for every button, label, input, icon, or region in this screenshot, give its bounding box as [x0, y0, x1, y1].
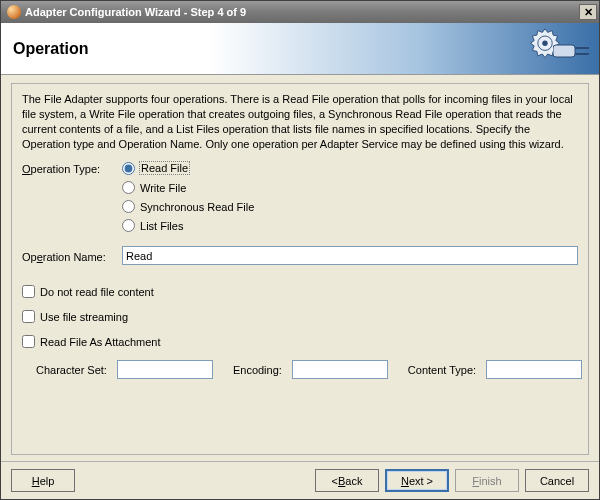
intro-text: The File Adapter supports four operation… [22, 92, 578, 151]
checkbox-do-not-read-label: Do not read file content [40, 286, 154, 298]
svg-rect-2 [553, 45, 575, 57]
next-button[interactable]: Next > [385, 469, 449, 492]
radio-read-file[interactable]: Read File [122, 161, 255, 175]
checkbox-as-attachment-label: Read File As Attachment [40, 336, 160, 348]
help-button[interactable]: Help [11, 469, 75, 492]
radio-list-files-input[interactable] [122, 219, 135, 232]
radio-list-files-label: List Files [139, 220, 184, 232]
operation-name-row: Operation Name: [22, 246, 578, 265]
titlebar: Adapter Configuration Wizard - Step 4 of… [1, 1, 599, 23]
window-title: Adapter Configuration Wizard - Step 4 of… [25, 6, 246, 18]
wizard-window: Adapter Configuration Wizard - Step 4 of… [0, 0, 600, 500]
cancel-button[interactable]: Cancel [525, 469, 589, 492]
radio-write-file-input[interactable] [122, 181, 135, 194]
radio-list-files[interactable]: List Files [122, 219, 255, 232]
radio-read-file-label: Read File [139, 161, 190, 175]
checkbox-do-not-read[interactable]: Do not read file content [22, 285, 578, 298]
charset-input[interactable] [117, 360, 213, 379]
back-button[interactable]: < Back [315, 469, 379, 492]
checkbox-as-attachment-input[interactable] [22, 335, 35, 348]
close-icon[interactable]: ✕ [579, 4, 597, 20]
app-icon [7, 5, 21, 19]
encoding-label: Encoding: [233, 364, 282, 376]
charset-label: Character Set: [36, 364, 107, 376]
operation-type-label: Operation Type: [22, 161, 122, 232]
attachment-subfields: Character Set: Encoding: Content Type: [36, 360, 578, 379]
checkbox-use-streaming-input[interactable] [22, 310, 35, 323]
checkbox-use-streaming[interactable]: Use file streaming [22, 310, 578, 323]
contenttype-input[interactable] [486, 360, 582, 379]
operation-name-label: Operation Name: [22, 249, 122, 263]
radio-read-file-input[interactable] [122, 162, 135, 175]
radio-sync-read-file[interactable]: Synchronous Read File [122, 200, 255, 213]
operation-type-row: Operation Type: Read File Write File Syn… [22, 161, 578, 232]
radio-sync-read-file-label: Synchronous Read File [139, 201, 255, 213]
operation-type-group: Read File Write File Synchronous Read Fi… [122, 161, 255, 232]
contenttype-label: Content Type: [408, 364, 476, 376]
header-graphic [503, 23, 593, 75]
checkbox-use-streaming-label: Use file streaming [40, 311, 128, 323]
content-area: The File Adapter supports four operation… [1, 75, 599, 461]
page-title: Operation [13, 40, 89, 58]
finish-button: Finish [455, 469, 519, 492]
radio-write-file[interactable]: Write File [122, 181, 255, 194]
operation-name-input[interactable] [122, 246, 578, 265]
wizard-footer: Help < Back Next > Finish Cancel [1, 461, 599, 499]
content-frame: The File Adapter supports four operation… [11, 83, 589, 455]
wizard-header: Operation [1, 23, 599, 75]
encoding-input[interactable] [292, 360, 388, 379]
svg-point-1 [542, 41, 547, 46]
checkbox-as-attachment[interactable]: Read File As Attachment [22, 335, 578, 348]
plug-icon [553, 41, 593, 61]
radio-sync-read-file-input[interactable] [122, 200, 135, 213]
radio-write-file-label: Write File [139, 182, 187, 194]
checkbox-do-not-read-input[interactable] [22, 285, 35, 298]
